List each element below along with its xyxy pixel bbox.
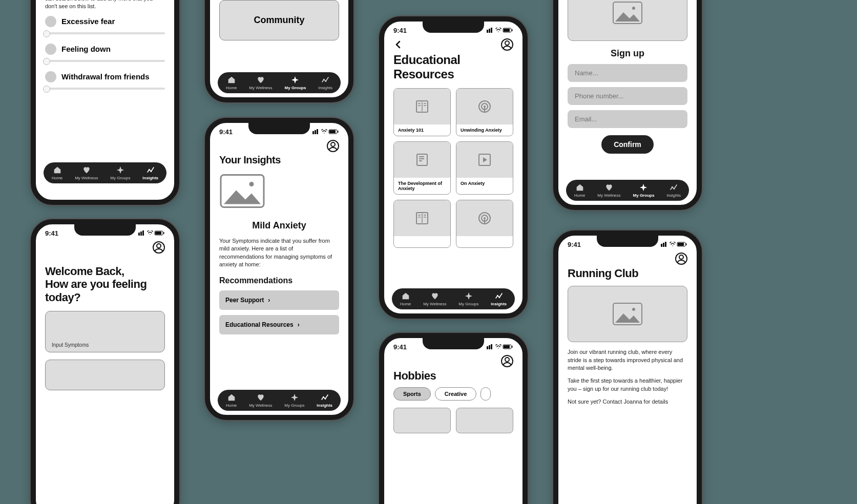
tab-groups[interactable]: My Groups <box>284 393 304 408</box>
back-icon[interactable] <box>393 40 403 49</box>
symptoms-screen: can search below to add any more that yo… <box>31 0 179 205</box>
status-icons <box>312 129 339 135</box>
tabbar: Home My Wellness My Groups Insights <box>392 288 515 309</box>
running-club-screen: 9:41 Running Club Join our vibrant runni… <box>553 230 702 504</box>
community-screen: Community Home My Wellness My Groups Ins… <box>205 0 353 102</box>
tab-home[interactable]: Home <box>226 75 237 90</box>
tab-home[interactable]: Home <box>574 183 585 198</box>
hobby-card[interactable] <box>393 408 451 433</box>
tab-insights[interactable]: Insights <box>142 165 158 180</box>
tabbar: Home My Wellness My Groups Insights <box>44 162 166 183</box>
page-title: Educational Resources <box>393 53 513 81</box>
club-image-placeholder <box>568 286 687 342</box>
symptom-row[interactable]: Withdrawal from friends <box>45 71 165 90</box>
status-icons <box>487 344 513 350</box>
podcast-icon <box>477 99 492 114</box>
tab-groups[interactable]: My Groups <box>110 165 130 180</box>
name-field[interactable] <box>568 64 687 82</box>
status-icons <box>138 230 165 237</box>
pill-sports[interactable]: Sports <box>393 387 431 401</box>
radio-dot[interactable] <box>45 44 56 55</box>
phone-field[interactable] <box>568 87 687 105</box>
tab-insights[interactable]: Insights <box>491 291 507 306</box>
club-contact: Not sure yet? Contact Joanna for details <box>568 398 687 406</box>
resource-card[interactable]: Anxiety 101 <box>393 88 451 136</box>
tab-groups[interactable]: My Groups <box>633 183 655 198</box>
status-bar: 9:41 <box>558 236 697 250</box>
status-bar: 9:41 <box>36 224 174 239</box>
book-icon <box>415 99 429 114</box>
diagnosis-body: Your Symptoms indicate that you suffer f… <box>219 237 339 269</box>
email-field[interactable] <box>568 110 687 128</box>
status-icons <box>661 242 687 248</box>
secondary-card[interactable] <box>45 360 165 390</box>
document-icon <box>415 153 429 167</box>
chevron-right-icon: › <box>298 321 300 328</box>
profile-icon[interactable] <box>501 355 513 367</box>
play-icon <box>477 153 492 167</box>
diagnosis-title: Mild Anxiety <box>219 220 339 231</box>
tab-insights[interactable]: Insights <box>666 183 681 198</box>
tabbar: Home My Wellness My Groups Insights <box>218 72 341 93</box>
resource-card[interactable]: The Development of Anxiety <box>393 141 451 195</box>
tab-insights[interactable]: Insights <box>318 75 332 90</box>
status-bar: 9:41 <box>384 22 522 36</box>
tab-wellness[interactable]: My Wellness <box>249 393 272 408</box>
welcome-screen: 9:41 Welcome Back, How are you feeling t… <box>31 219 179 504</box>
tab-wellness[interactable]: My Wellness <box>423 291 446 306</box>
resource-card[interactable]: On Anxiety <box>456 141 513 195</box>
tab-home[interactable]: Home <box>226 393 237 408</box>
community-card[interactable]: Community <box>219 0 339 40</box>
resource-card[interactable] <box>393 200 451 248</box>
profile-icon[interactable] <box>153 241 165 254</box>
category-pills: Sports Creative <box>393 387 513 401</box>
symptom-row[interactable]: Feeling down <box>45 44 165 62</box>
status-icons <box>487 28 513 34</box>
rec-educational-resources[interactable]: Educational Resources› <box>219 315 339 334</box>
book-icon <box>415 211 429 225</box>
status-bar: 9:41 <box>210 123 348 138</box>
resources-screen: 9:41 Educational Resources Anxiety 101 U… <box>379 16 528 319</box>
resource-card[interactable]: Unwinding Anxiety <box>456 88 513 136</box>
profile-icon[interactable] <box>327 140 339 152</box>
input-symptoms-card[interactable]: Input Symptoms <box>45 311 165 352</box>
pill-more[interactable] <box>480 387 491 401</box>
page-title: Running Club <box>568 267 687 280</box>
symptom-slider[interactable] <box>45 88 165 90</box>
pill-creative[interactable]: Creative <box>435 387 476 401</box>
radio-dot[interactable] <box>45 71 56 82</box>
insight-image-placeholder <box>219 173 265 209</box>
symptom-slider[interactable] <box>45 60 165 62</box>
club-cta: Take the first step towards a healthier,… <box>568 377 687 393</box>
tab-home[interactable]: Home <box>52 165 62 180</box>
greeting: Welcome Back, How are you feeling today? <box>45 265 165 304</box>
podcast-icon <box>477 211 492 225</box>
page-title: Your Insights <box>219 154 339 166</box>
resource-card[interactable] <box>456 200 513 248</box>
recommendations-heading: Recommendations <box>219 276 339 285</box>
tab-groups[interactable]: My Groups <box>458 291 478 306</box>
page-title: Hobbies <box>393 369 513 382</box>
club-desc: Join our vibrant running club, where eve… <box>568 348 687 372</box>
insights-screen: 9:41 Your Insights Mild Anxiety Your Sym… <box>205 118 353 420</box>
radio-dot[interactable] <box>45 16 56 27</box>
tab-wellness[interactable]: My Wellness <box>75 165 98 180</box>
profile-icon[interactable] <box>501 38 513 51</box>
symptom-row[interactable]: Excessive fear <box>45 16 165 34</box>
symptoms-intro: can search below to add any more that yo… <box>45 0 165 11</box>
rec-peer-support[interactable]: Peer Support› <box>219 290 339 310</box>
signup-screen: Sign up Confirm Home My Wellness My Grou… <box>553 0 702 210</box>
tab-wellness[interactable]: My Wellness <box>249 75 272 90</box>
signup-title: Sign up <box>568 48 687 59</box>
tab-home[interactable]: Home <box>400 291 411 306</box>
tab-insights[interactable]: Insights <box>317 393 332 408</box>
symptom-slider[interactable] <box>45 32 165 34</box>
chevron-right-icon: › <box>268 297 270 304</box>
hobby-card[interactable] <box>456 408 513 433</box>
hobbies-screen: 9:41 Hobbies Sports Creative <box>379 333 528 504</box>
tab-wellness[interactable]: My Wellness <box>597 183 620 198</box>
tab-groups[interactable]: My Groups <box>285 75 306 90</box>
tabbar: Home My Wellness My Groups Insights <box>566 180 689 201</box>
confirm-button[interactable]: Confirm <box>601 135 654 154</box>
profile-icon[interactable] <box>675 253 687 265</box>
